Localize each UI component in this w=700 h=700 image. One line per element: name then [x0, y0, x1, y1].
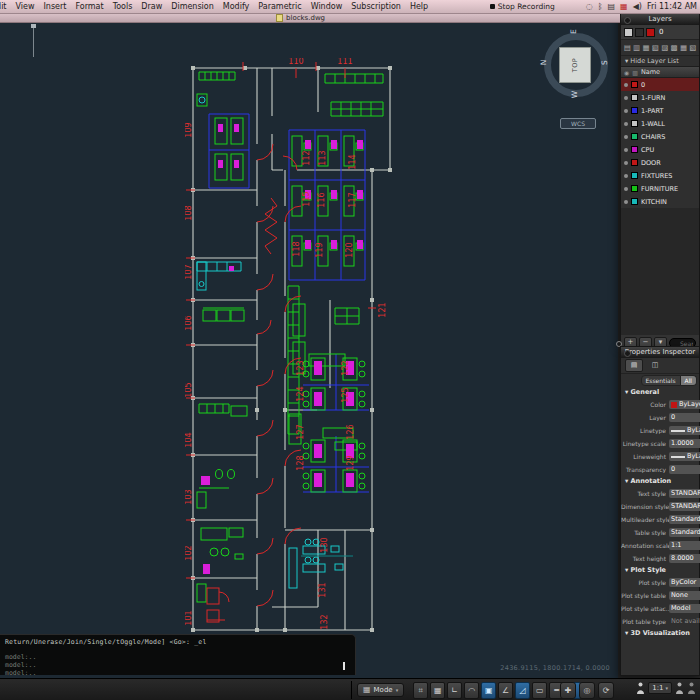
layer-settings-icon[interactable]: ▧	[689, 43, 697, 52]
property-value-field[interactable]: ByLayer	[669, 426, 700, 435]
menu-item-subscription[interactable]: Subscription	[351, 0, 401, 13]
viewcube-north-label[interactable]: N	[539, 60, 548, 66]
dyn-toggle[interactable]: ▭	[532, 682, 547, 699]
menu-item-parametric[interactable]: Parametric	[258, 0, 301, 13]
layer-visibility-icon[interactable]	[624, 161, 628, 165]
property-value-field[interactable]: ByLayer	[669, 400, 700, 409]
menu-item-dimension[interactable]: Dimension	[171, 0, 214, 13]
property-value-field[interactable]: Standard	[669, 515, 700, 524]
layer-visibility-icon[interactable]	[624, 187, 628, 191]
property-value-field[interactable]: ByLayer	[669, 452, 700, 461]
ucs-dropdown[interactable]: WCS	[560, 118, 596, 129]
command-line-window[interactable]: Return/Unerase/Join/Single/tOggle/Mode] …	[0, 634, 356, 675]
layer-row-1-wall[interactable]: 1-WALL	[621, 117, 699, 130]
menu-item-tools[interactable]: Tools	[113, 0, 133, 13]
ducs-toggle[interactable]: ◿	[515, 682, 530, 699]
drawing-canvas[interactable]: E N S W TOP WCS	[0, 22, 620, 678]
polar-toggle[interactable]: ◠	[464, 682, 479, 699]
orbit-button[interactable]: ⟳	[598, 682, 614, 699]
mode-button[interactable]: ▦ Mode ▾	[357, 683, 404, 697]
spotlight-icon[interactable]: ◌	[586, 0, 593, 13]
layer-row-fixtures[interactable]: FIXTURES	[621, 169, 699, 182]
layer-visibility-icon[interactable]	[624, 200, 628, 204]
property-value-field[interactable]: 1.0000	[669, 439, 700, 448]
layer-color-swatch[interactable]	[631, 159, 638, 166]
layer-row-1-part[interactable]: 1-PART	[621, 104, 699, 117]
toolbar-grip-handle[interactable]	[31, 24, 36, 28]
property-value-field[interactable]: ByColor	[669, 578, 700, 587]
all-segment-button[interactable]: All	[681, 375, 697, 386]
viewcube-top-face[interactable]: TOP	[559, 47, 591, 83]
tab-quick-view[interactable]: ◫	[647, 360, 663, 371]
property-value-field[interactable]: STANDARD	[669, 489, 700, 498]
layers-palette-title[interactable]: Layers	[621, 14, 699, 25]
property-value-field[interactable]: Model	[669, 604, 700, 613]
layer-color-swatch[interactable]	[631, 94, 638, 101]
property-value-field[interactable]: 0	[669, 413, 700, 422]
layer-row-0[interactable]: 0	[621, 78, 699, 91]
layer-visibility-icon[interactable]	[624, 109, 628, 113]
layer-row-furniture[interactable]: FURNITURE	[621, 182, 699, 195]
tab-properties[interactable]: ▤	[625, 359, 643, 372]
layer-color-swatch[interactable]	[631, 81, 638, 88]
layer-visibility-icon[interactable]	[624, 122, 628, 126]
property-value-field[interactable]: STANDARD	[669, 502, 700, 511]
layer-visibility-icon[interactable]	[624, 148, 628, 152]
otrack-toggle[interactable]: ∠	[498, 682, 513, 699]
layer-color-swatch[interactable]	[631, 146, 638, 153]
menu-item-modify[interactable]: Modify	[223, 0, 250, 13]
menu-item-draw[interactable]: Draw	[141, 0, 162, 13]
property-value-field[interactable]: 1:1	[669, 541, 700, 550]
close-icon[interactable]	[624, 17, 631, 24]
snap-toggle[interactable]: ⌗	[413, 682, 428, 699]
annotation-scale-button[interactable]: 1:1 ▾	[648, 682, 672, 694]
properties-palette-title[interactable]: Properties Inspector	[621, 347, 699, 358]
annotation-visibility-icon[interactable]	[636, 682, 645, 694]
menu-item-format[interactable]: Format	[75, 0, 103, 13]
section-header-plot-style[interactable]: ▾ Plot Style	[621, 565, 699, 576]
new-layer-icon[interactable]: ▤	[623, 43, 631, 52]
layer-color-swatch[interactable]	[631, 198, 638, 205]
ortho-toggle[interactable]: ∟	[447, 682, 462, 699]
hide-layer-list-toggle[interactable]: ▾ Hide Layer List	[621, 56, 699, 66]
current-layer-row[interactable]: 0	[621, 25, 699, 40]
layer-state-icon[interactable]: ▦	[642, 43, 650, 52]
current-layer-name[interactable]: 0	[659, 28, 663, 36]
viewcube-east-label[interactable]: E	[569, 29, 578, 34]
display-icon[interactable]: ▤	[608, 0, 616, 13]
layer-color-swatch[interactable]	[631, 172, 638, 179]
property-value-field[interactable]: Standard	[669, 528, 700, 537]
essentials-segment-button[interactable]: Essentials	[641, 375, 681, 386]
layer-visibility-icon[interactable]	[624, 135, 628, 139]
section-header-annotation[interactable]: ▾ Annotation	[621, 476, 699, 487]
layer-row-cpu[interactable]: CPU	[621, 143, 699, 156]
property-value-field[interactable]: None	[669, 591, 700, 600]
layer-row-1-furn[interactable]: 1-FURN	[621, 91, 699, 104]
viewcube[interactable]: E N S W TOP WCS	[536, 28, 616, 130]
isolate-layer-icon[interactable]: ▧	[651, 43, 659, 52]
menu-item-edit[interactable]: Edit	[0, 0, 7, 13]
property-value-field[interactable]: 0	[669, 465, 700, 474]
screen-share-icon[interactable]: ▦	[620, 0, 628, 13]
layer-visibility-icon[interactable]	[624, 174, 628, 178]
merge-layer-icon[interactable]: ▦	[679, 43, 687, 52]
property-value-field[interactable]: 8.0000	[669, 554, 700, 563]
layer-color-swatch[interactable]	[631, 107, 638, 114]
annotation-add-scale-icon[interactable]	[687, 682, 696, 694]
lock-layer-icon[interactable]: ▩	[670, 43, 678, 52]
menu-item-view[interactable]: View	[16, 0, 35, 13]
section-header-general[interactable]: ▾ General	[621, 387, 699, 398]
menu-item-window[interactable]: Window	[311, 0, 343, 13]
layer-row-kitchin[interactable]: KITCHIN	[621, 195, 699, 208]
layer-row-chairs[interactable]: CHAIRS	[621, 130, 699, 143]
layer-visibility-icon[interactable]	[624, 83, 628, 87]
pan-button[interactable]: ✚	[560, 682, 576, 699]
layer-row-door[interactable]: DOOR	[621, 156, 699, 169]
zoom-button[interactable]: ◎	[579, 682, 595, 699]
layer-color-swatch[interactable]	[631, 185, 638, 192]
layer-visibility-icon[interactable]	[624, 96, 628, 100]
bluetooth-icon[interactable]: ᛒ	[598, 0, 603, 13]
grid-toggle[interactable]: ▦	[430, 682, 445, 699]
annotation-autoscale-icon[interactable]	[675, 682, 684, 694]
viewcube-west-label[interactable]: W	[570, 91, 579, 98]
